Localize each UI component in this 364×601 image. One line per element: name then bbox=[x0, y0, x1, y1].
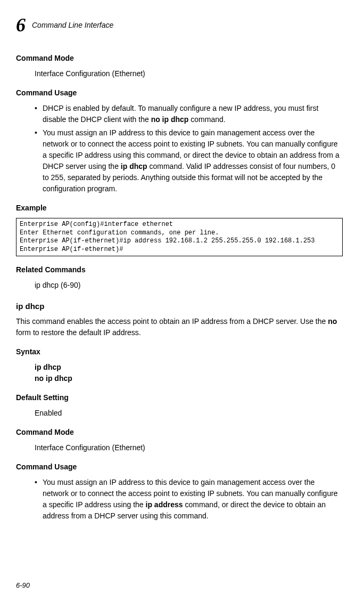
syntax-line1: ip dhcp bbox=[35, 362, 343, 373]
desc-post: form to restore the default IP address. bbox=[16, 328, 141, 337]
page-number: 6-90 bbox=[16, 580, 30, 591]
header-row: 6 Command Line Interface bbox=[16, 11, 343, 39]
command-mode-text-2: Interface Configuration (Ethernet) bbox=[35, 442, 343, 453]
default-setting-heading: Default Setting bbox=[16, 392, 343, 403]
command-mode-heading-2: Command Mode bbox=[16, 427, 343, 438]
usage-bullet-1: DHCP is enabled by default. To manually … bbox=[35, 103, 343, 125]
chapter-title: Command Line Interface bbox=[32, 20, 113, 31]
bullet1-bold: no ip dhcp bbox=[151, 115, 189, 124]
example-heading: Example bbox=[16, 202, 343, 214]
command-usage-heading-2: Command Usage bbox=[16, 461, 343, 473]
bullet1-post: command. bbox=[188, 115, 225, 124]
default-setting-text: Enabled bbox=[35, 408, 343, 419]
command-mode-text: Interface Configuration (Ethernet) bbox=[35, 68, 343, 79]
syntax-line2: no ip dhcp bbox=[35, 373, 343, 384]
example-code: Enterprise AP(config)#interface ethernet… bbox=[16, 218, 343, 256]
command-description: This command enables the access point to… bbox=[16, 316, 343, 338]
related-commands-text: ip dhcp (6-90) bbox=[35, 280, 343, 291]
command-mode-heading: Command Mode bbox=[16, 53, 343, 64]
desc-pre: This command enables the access point to… bbox=[16, 317, 328, 326]
related-commands-heading: Related Commands bbox=[16, 264, 343, 275]
syntax-block: ip dhcp no ip dhcp bbox=[35, 362, 343, 384]
command-usage-heading: Command Usage bbox=[16, 87, 343, 99]
usage-bullet-2: You must assign an IP address to this de… bbox=[35, 127, 343, 194]
command-name: ip dhcp bbox=[16, 300, 343, 313]
chapter-number: 6 bbox=[16, 11, 26, 39]
usage-bullet-1-b: You must assign an IP address to this de… bbox=[35, 477, 343, 522]
syntax-heading: Syntax bbox=[16, 346, 343, 358]
desc-bold: no bbox=[328, 317, 337, 326]
bullet2-bold: ip dhcp bbox=[121, 162, 147, 170]
bullet1b-bold: ip address bbox=[146, 500, 183, 509]
